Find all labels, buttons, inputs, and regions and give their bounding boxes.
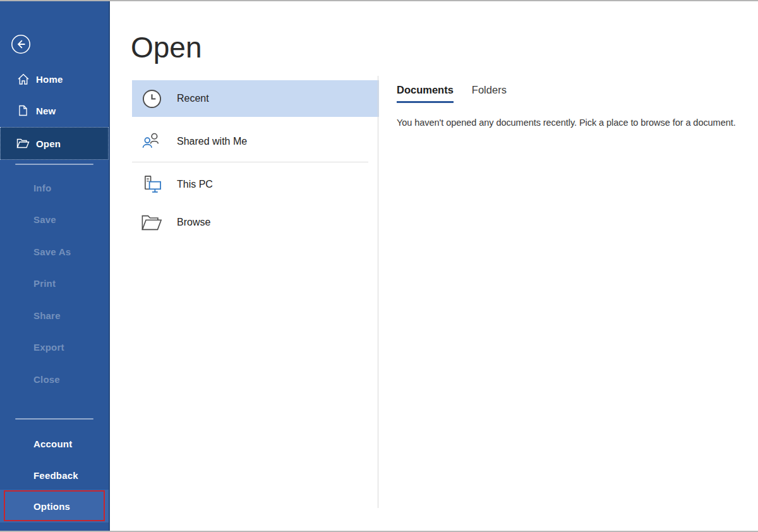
recent-tabs: Documents Folders: [397, 84, 507, 103]
sidebar-item-save: Save: [0, 203, 109, 235]
pc-icon: [140, 175, 163, 194]
clock-icon: [140, 89, 163, 109]
place-label: This PC: [177, 179, 213, 190]
place-label: Recent: [177, 93, 209, 104]
sidebar-item-label: Open: [36, 138, 61, 149]
sidebar-item-print: Print: [0, 267, 109, 299]
sidebar-item-save-as: Save As: [0, 236, 109, 267]
sidebar-item-label: Home: [36, 74, 63, 85]
place-this-pc[interactable]: This PC: [132, 166, 379, 203]
empty-state-message: You haven't opened any documents recentl…: [397, 118, 736, 128]
place-shared-with-me[interactable]: Shared with Me: [132, 123, 379, 160]
new-document-icon: [16, 105, 30, 116]
browse-folder-icon: [140, 214, 163, 231]
sidebar-item-home[interactable]: Home: [0, 67, 109, 91]
sidebar-item-share: Share: [0, 299, 109, 331]
back-button[interactable]: [10, 33, 32, 55]
panel-divider: [378, 76, 378, 508]
sidebar-item-label: New: [36, 106, 56, 116]
place-label: Browse: [177, 217, 210, 228]
home-icon: [16, 73, 30, 85]
tab-folders[interactable]: Folders: [472, 84, 507, 103]
places-divider: [132, 162, 368, 162]
sidebar-item-account[interactable]: Account: [0, 428, 109, 459]
sidebar-divider: [15, 164, 93, 165]
place-recent[interactable]: Recent: [132, 80, 379, 117]
sidebar-item-label: Options: [33, 501, 70, 512]
sidebar: Home New Open Info Save Save As: [0, 1, 110, 531]
sidebar-divider: [15, 418, 93, 420]
people-icon: [140, 132, 163, 151]
place-label: Shared with Me: [177, 136, 247, 147]
open-folder-icon: [16, 138, 30, 148]
tab-documents[interactable]: Documents: [397, 84, 454, 103]
sidebar-item-options[interactable]: Options: [0, 490, 109, 523]
place-browse[interactable]: Browse: [132, 204, 379, 241]
back-arrow-icon: [10, 33, 32, 55]
sidebar-item-export: Export: [0, 331, 109, 363]
sidebar-item-new[interactable]: New: [0, 99, 109, 123]
sidebar-item-feedback[interactable]: Feedback: [0, 459, 109, 491]
sidebar-item-open[interactable]: Open: [0, 127, 109, 160]
sidebar-item-close: Close: [0, 363, 109, 395]
word-backstage-open-screen: Home New Open Info Save Save As: [0, 0, 758, 532]
page-title: Open: [131, 31, 202, 64]
sidebar-item-info: Info: [0, 172, 109, 203]
